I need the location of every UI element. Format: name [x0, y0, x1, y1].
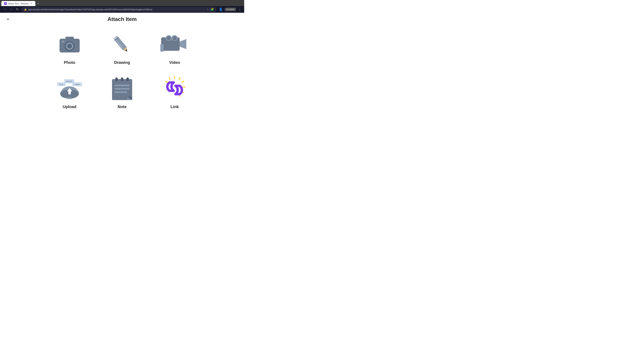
note-label: Note: [118, 104, 126, 109]
svg-rect-39: [114, 88, 130, 90]
items-grid: Photo: [46, 27, 198, 112]
svg-rect-1: [66, 37, 74, 40]
incognito-label: Incognito: [226, 8, 234, 10]
svg-marker-19: [180, 39, 186, 49]
upload-icon: FILE PHOTO VIDEO: [54, 75, 85, 102]
page-title: Attach Item: [108, 16, 137, 22]
photo-item[interactable]: Photo: [46, 27, 92, 68]
svg-rect-38: [114, 85, 130, 86]
link-item[interactable]: Link: [152, 71, 198, 112]
svg-text:FILE: FILE: [59, 83, 63, 85]
lock-icon: 🔒: [24, 8, 27, 11]
drawing-label: Drawing: [114, 60, 130, 65]
svg-point-16: [172, 36, 176, 40]
back-button[interactable]: ←: [2, 7, 8, 12]
tab-bar: S Select Tool - Seesaw ✕ +: [0, 0, 244, 6]
profile-icon[interactable]: 👤: [218, 7, 224, 12]
upload-item[interactable]: FILE PHOTO VIDEO: [46, 71, 92, 112]
svg-point-4: [67, 44, 72, 48]
video-label: Video: [169, 60, 180, 65]
url-text: app.seesaw.me/#/item/new/message?reloade…: [28, 8, 206, 11]
svg-rect-35: [116, 77, 118, 81]
video-item[interactable]: Video: [152, 27, 198, 68]
svg-line-43: [182, 81, 184, 82]
bookmark-icon[interactable]: ☆: [207, 8, 209, 11]
nav-buttons: ← → ↻: [2, 7, 20, 12]
svg-text:PHOTO: PHOTO: [66, 80, 72, 82]
photo-label: Photo: [64, 60, 75, 65]
page-content: × Attach Item: [0, 13, 244, 119]
svg-rect-36: [121, 77, 123, 81]
note-icon: [107, 75, 137, 102]
svg-point-14: [167, 36, 171, 40]
svg-line-48: [165, 81, 167, 82]
page-header: × Attach Item: [7, 16, 238, 22]
close-button[interactable]: ×: [7, 16, 9, 22]
forward-button[interactable]: →: [8, 7, 14, 12]
address-bar: ← → ↻ 🔒 app.seesaw.me/#/item/new/message…: [0, 6, 244, 13]
reload-button[interactable]: ↻: [15, 7, 20, 12]
photo-icon: [54, 31, 85, 57]
url-bar[interactable]: 🔒 app.seesaw.me/#/item/new/message?reloa…: [21, 7, 216, 12]
url-action-icons: ☆ 🧩: [207, 8, 214, 11]
upload-label: Upload: [63, 104, 76, 109]
tab-favicon: S: [4, 2, 7, 5]
incognito-badge: Incognito: [225, 8, 236, 11]
tab-close-button[interactable]: ✕: [30, 2, 33, 5]
svg-rect-37: [126, 77, 129, 81]
svg-line-47: [169, 77, 170, 79]
extensions-icon[interactable]: 🧩: [210, 8, 214, 11]
svg-text:VIDEO: VIDEO: [74, 83, 80, 85]
menu-icon[interactable]: ⋮: [237, 7, 242, 12]
svg-rect-17: [161, 41, 180, 51]
video-icon: [160, 31, 190, 57]
svg-rect-40: [114, 91, 127, 93]
drawing-item[interactable]: Drawing: [99, 27, 145, 68]
svg-rect-31: [67, 97, 72, 99]
drawing-icon: [107, 31, 137, 57]
svg-line-42: [179, 77, 180, 79]
browser-actions: 👤 Incognito ⋮: [218, 7, 242, 12]
tab-title: Select Tool - Seesaw: [8, 2, 28, 5]
note-item[interactable]: Note: [99, 71, 145, 112]
link-label: Link: [170, 104, 179, 109]
link-icon: [160, 75, 190, 102]
svg-rect-5: [62, 41, 64, 42]
active-tab[interactable]: S Select Tool - Seesaw ✕: [1, 1, 36, 6]
svg-rect-18: [160, 44, 164, 52]
new-tab-button[interactable]: +: [36, 1, 41, 6]
